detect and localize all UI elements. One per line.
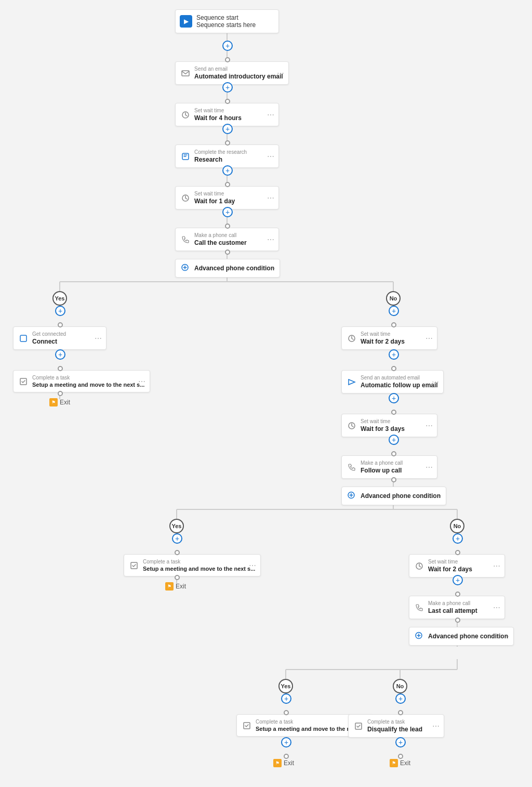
yes-branch-plus-1[interactable]: + [55, 306, 65, 316]
phone-call-node-2[interactable]: Make a phone call Follow up call ⋯ [341, 455, 437, 479]
wait3-plus[interactable]: + [389, 349, 399, 360]
task-menu-1[interactable]: ⋯ [138, 377, 145, 386]
auto-email2-dot [391, 410, 396, 415]
phone-label-2: Make a phone call [361, 460, 432, 466]
connector-dot-2 [225, 99, 230, 104]
add-step-btn-5[interactable]: + [222, 207, 233, 217]
phone-title-1: Call the customer [194, 239, 273, 246]
wait-node-3[interactable]: Set wait time Wait for 2 days ⋯ [341, 326, 437, 350]
wait4-plus[interactable]: + [389, 435, 399, 445]
research-label: Complete the research [194, 149, 273, 155]
connect-menu[interactable]: ⋯ [95, 334, 102, 343]
no2-plus[interactable]: + [453, 533, 463, 544]
phone-title-2: Follow up call [361, 467, 432, 474]
wait-menu-4[interactable]: ⋯ [425, 422, 433, 430]
task-menu-2[interactable]: ⋯ [249, 561, 256, 570]
wait-menu-5[interactable]: ⋯ [493, 562, 500, 570]
exit-icon-2: ⚑ [165, 582, 174, 591]
wait-node-2[interactable]: Set wait time Wait for 1 day ⋯ [175, 186, 279, 209]
exit-icon-1: ⚑ [49, 398, 58, 406]
no-label-2: No [450, 519, 464, 533]
phone3-dot [455, 618, 460, 623]
connector-dot-4 [225, 182, 230, 187]
add-step-btn-3[interactable]: + [222, 124, 233, 134]
sequence-start-icon: ▶ [180, 15, 192, 28]
wait-title-3: Wait for 2 days [361, 338, 432, 345]
phone-menu-3[interactable]: ⋯ [493, 604, 500, 612]
send-email-menu[interactable]: ⋯ [277, 69, 284, 77]
wait-node-1[interactable]: Set wait time Wait for 4 hours ⋯ [175, 103, 279, 126]
no-branch-dot-1 [391, 322, 396, 327]
phone-menu-1[interactable]: ⋯ [267, 235, 274, 244]
exit-icon-3: ⚑ [273, 759, 282, 767]
connect-node[interactable]: Get connected Connect ⋯ [13, 326, 107, 350]
task3-plus[interactable]: + [281, 737, 291, 747]
phone-call-node-3[interactable]: Make a phone call Last call attempt ⋯ [409, 596, 505, 619]
wait5-plus[interactable]: + [453, 575, 463, 585]
task-dot-1 [58, 391, 63, 396]
wait-menu-3[interactable]: ⋯ [425, 334, 433, 343]
no2-dot [455, 550, 460, 555]
condition-menu-1[interactable]: ⋯ [269, 265, 275, 272]
wait-node-4[interactable]: Set wait time Wait for 3 days ⋯ [341, 414, 437, 437]
phone-menu-2[interactable]: ⋯ [425, 463, 433, 471]
connect-icon [19, 334, 28, 343]
wait-title-4: Wait for 3 days [361, 425, 432, 432]
condition-menu-3[interactable]: ⋯ [503, 633, 509, 640]
send-email-title: Automated introductory email [194, 73, 283, 80]
research-node[interactable]: Complete the research Research ⋯ [175, 145, 279, 168]
condition-icon-2 [347, 491, 355, 501]
svg-rect-54 [182, 71, 189, 76]
yes3-dot [284, 710, 289, 715]
wait-menu-2[interactable]: ⋯ [267, 194, 274, 202]
task-node-4[interactable]: Complete a task Disqualify the lead ⋯ [348, 714, 444, 738]
wait-icon-1 [181, 110, 190, 120]
auto-email-node-2[interactable]: Send an automated email Automatic follow… [341, 370, 444, 394]
connect-label: Get connected [32, 331, 101, 337]
add-step-btn-1[interactable]: + [222, 41, 233, 51]
connect-dot [58, 366, 63, 371]
phone-icon-3 [415, 603, 424, 612]
task-icon-2 [129, 561, 139, 570]
condition-node-1[interactable]: Advanced phone condition ⋯ [175, 259, 280, 278]
no3-plus[interactable]: + [395, 693, 406, 704]
wait-menu-1[interactable]: ⋯ [267, 111, 274, 119]
task-icon-1 [19, 377, 28, 386]
add-step-btn-4[interactable]: + [222, 165, 233, 176]
phone-icon-2 [347, 463, 356, 472]
wait-label-2: Set wait time [194, 191, 273, 196]
research-menu[interactable]: ⋯ [267, 152, 274, 161]
auto-email2-plus[interactable]: + [389, 393, 399, 403]
svg-marker-62 [349, 379, 355, 385]
condition-node-3[interactable]: Advanced phone condition ⋯ [409, 627, 514, 646]
sequence-start-title: Sequence starts here [196, 21, 273, 29]
wait-label-3: Set wait time [361, 331, 432, 337]
task4-exit-dot [398, 754, 403, 759]
task-menu-4[interactable]: ⋯ [432, 722, 440, 730]
exit-label-3: Exit [284, 759, 294, 767]
task-node-1[interactable]: Complete a task Setup a meeting and move… [13, 370, 150, 392]
exit-node-3: ⚑ Exit [273, 759, 294, 767]
send-email-node-1[interactable]: Send an email Automated introductory ema… [175, 61, 289, 85]
wait-label-5: Set wait time [428, 559, 499, 565]
add-step-btn-2[interactable]: + [222, 82, 233, 93]
research-icon [181, 152, 190, 161]
phone-call-node-1[interactable]: Make a phone call Call the customer ⋯ [175, 228, 279, 251]
wait3-dot [391, 366, 396, 371]
yes2-plus[interactable]: + [172, 533, 182, 544]
yes3-plus[interactable]: + [281, 693, 291, 704]
sequence-start-node[interactable]: ▶ Sequence start Sequence starts here [175, 9, 279, 33]
condition-node-2[interactable]: Advanced phone condition ⋯ [341, 487, 446, 505]
task-node-2[interactable]: Complete a task Setup a meeting and move… [124, 554, 261, 576]
wait-node-5[interactable]: Set wait time Wait for 2 days ⋯ [409, 554, 505, 578]
no-branch-plus-1[interactable]: + [389, 306, 399, 316]
auto-email-label-2: Send an automated email [361, 375, 438, 381]
condition-menu-2[interactable]: ⋯ [435, 492, 442, 500]
connect-plus[interactable]: + [55, 349, 65, 360]
exit-node-4: ⚑ Exit [390, 759, 410, 767]
task4-plus[interactable]: + [395, 737, 406, 747]
connect-title: Connect [32, 338, 101, 345]
wait-label-4: Set wait time [361, 418, 432, 424]
auto-email-menu-2[interactable]: ⋯ [432, 378, 439, 386]
wait-icon-3 [347, 334, 356, 343]
